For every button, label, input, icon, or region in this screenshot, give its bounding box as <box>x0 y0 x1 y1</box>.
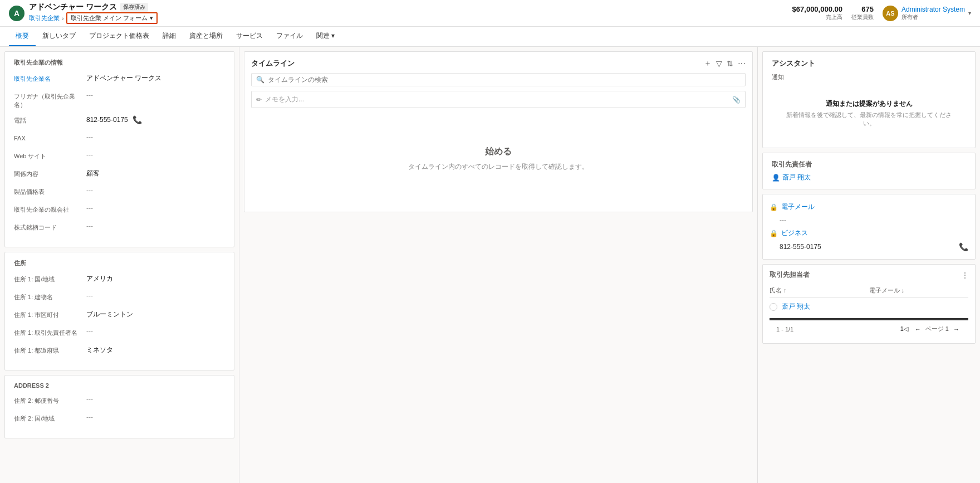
tab-overview[interactable]: 概要 <box>9 27 36 46</box>
field-relationship: 関係内容 顧客 <box>14 169 225 181</box>
field-addr2-country: 住所 2: 国/地域 --- <box>14 413 225 426</box>
field-value-phone[interactable]: 812-555-0175 📞 <box>86 115 225 124</box>
tab-details[interactable]: 詳細 <box>156 27 183 46</box>
timeline-header: タイムライン ＋ ▽ ⇅ ⋯ <box>251 58 746 69</box>
field-value-addr1-building[interactable]: --- <box>86 292 225 300</box>
notification-empty-title: 通知または提案がありません <box>826 99 913 109</box>
field-value-furigana[interactable]: --- <box>86 91 225 99</box>
timeline-search-input[interactable] <box>268 76 741 84</box>
field-value-addr1-contact[interactable]: --- <box>86 328 225 335</box>
business-phone: 812-555-0175 <box>770 243 821 251</box>
timeline-empty-state: 始める タイムライン内のすべてのレコードを取得して確認します。 <box>251 113 746 205</box>
timeline-empty-title: 始める <box>485 146 512 158</box>
col-header-name[interactable]: 氏名 ↑ <box>770 286 869 295</box>
pagination-controls: 1◁ ← ページ 1 → <box>898 325 962 333</box>
timeline-card: タイムライン ＋ ▽ ⇅ ⋯ 🔍 ✏ メモを入力... 📎 始める タイムライン… <box>244 51 753 212</box>
tab-related[interactable]: 関連 ▾ <box>310 27 341 46</box>
field-label-stock-code: 株式銘柄コード <box>14 222 86 232</box>
business-detail-row: 🔒 ビジネス <box>770 226 968 240</box>
field-value-addr1-state[interactable]: ミネソタ <box>86 345 225 355</box>
assistant-title: アシスタント <box>772 58 966 69</box>
business-phone-container: 812-555-0175 📞 <box>770 242 968 251</box>
field-phone: 電話 812-555-0175 📞 <box>14 115 225 128</box>
field-label-phone: 電話 <box>14 115 86 125</box>
field-label-addr1-country: 住所 1: 国/地域 <box>14 274 86 284</box>
tab-project-price[interactable]: プロジェクト価格表 <box>82 27 156 46</box>
phone-icon[interactable]: 📞 <box>133 115 142 124</box>
user-menu-chevron[interactable]: ▾ <box>968 10 971 16</box>
pagination-range: 1 - 1/1 <box>776 326 793 333</box>
field-value-fax[interactable]: --- <box>86 133 225 141</box>
page-label: ページ 1 <box>925 325 949 333</box>
timeline-add-button[interactable]: ＋ <box>704 58 712 69</box>
per-page-button[interactable]: 1◁ <box>898 325 910 333</box>
related-contacts-more-icon[interactable]: ⋮ <box>962 271 968 279</box>
header: A アドベンチャー ワークス 保存済み 取引先企業 › 取引先企業 メイン フォ… <box>0 0 980 27</box>
timeline-sort-icon[interactable]: ⇅ <box>727 59 733 68</box>
left-panel: 取引先企業の情報 取引先企業名 アドベンチャー ワークス フリガナ（取引先企業名… <box>0 47 239 483</box>
primary-contact-name[interactable]: 👤 斎戸 翔太 <box>772 173 966 182</box>
business-phone-row: 812-555-0175 📞 <box>770 240 968 253</box>
header-main-title: アドベンチャー ワークス 保存済み <box>29 2 158 12</box>
field-addr2-zip: 住所 2: 郵便番号 --- <box>14 396 225 408</box>
account-info-title: 取引先企業の情報 <box>14 58 225 67</box>
notification-label: 通知 <box>772 73 966 81</box>
next-page-button[interactable]: → <box>951 326 962 333</box>
notification-empty-desc: 新着情報を後で確認して、最新の情報を常に把握してください。 <box>785 111 953 128</box>
field-addr1-state: 住所 1: 都道府県 ミネソタ <box>14 345 225 358</box>
sales-stat: $67,000,000.00 売上高 <box>792 5 842 21</box>
sales-label: 売上高 <box>792 13 842 21</box>
business-label[interactable]: ビジネス <box>781 228 808 238</box>
memo-attach-icon[interactable]: 📎 <box>732 96 741 104</box>
related-contacts-table-header: 氏名 ↑ 電子メール ↓ <box>770 284 968 297</box>
field-value-account-name[interactable]: アドベンチャー ワークス <box>86 74 225 83</box>
related-contact-name[interactable]: 斎戸 翔太 <box>782 302 873 311</box>
field-value-addr2-country[interactable]: --- <box>86 413 225 421</box>
breadcrumb-current[interactable]: 取引先企業 メイン フォーム ▾ <box>66 12 158 24</box>
lock-icon: 🔒 <box>770 203 778 211</box>
field-label-addr2-country: 住所 2: 国/地域 <box>14 413 86 423</box>
field-value-pricelist[interactable]: --- <box>86 187 225 194</box>
field-value-relationship[interactable]: 顧客 <box>86 169 225 178</box>
field-stock-code: 株式銘柄コード --- <box>14 222 225 235</box>
prev-page-button[interactable]: ← <box>913 326 923 333</box>
field-value-parent-company[interactable]: --- <box>86 204 225 212</box>
field-label-pricelist: 製品価格表 <box>14 187 86 196</box>
assistant-card: アシスタント 通知 通知または提案がありません 新着情報を後で確認して、最新の情… <box>762 51 976 148</box>
tab-files[interactable]: ファイル <box>270 27 310 46</box>
field-label-account-name: 取引先企業名 <box>14 74 86 83</box>
timeline-search-bar[interactable]: 🔍 <box>251 73 746 86</box>
field-pricelist: 製品価格表 --- <box>14 187 225 199</box>
field-value-website[interactable]: --- <box>86 151 225 159</box>
employees-label: 従業員数 <box>851 13 874 21</box>
main-content: 取引先企業の情報 取引先企業名 アドベンチャー ワークス フリガナ（取引先企業名… <box>0 47 980 483</box>
address1-title: 住所 <box>14 259 225 267</box>
contact-person-icon: 👤 <box>772 174 780 182</box>
col-header-email[interactable]: 電子メール ↓ <box>869 286 969 295</box>
breadcrumb-parent[interactable]: 取引先企業 <box>29 14 60 22</box>
app-icon: A <box>9 6 24 21</box>
email-label[interactable]: 電子メール <box>781 202 815 212</box>
contact-radio[interactable] <box>770 303 777 311</box>
memo-bar[interactable]: ✏ メモを入力... 📎 <box>251 91 746 108</box>
field-value-addr1-country[interactable]: アメリカ <box>86 274 225 284</box>
timeline-filter-icon[interactable]: ▽ <box>716 59 722 68</box>
business-phone-icon[interactable]: 📞 <box>959 242 968 251</box>
field-value-stock-code[interactable]: --- <box>86 222 225 230</box>
tab-services[interactable]: サービス <box>229 27 270 46</box>
field-label-furigana: フリガナ（取引先企業名） <box>14 91 86 110</box>
related-contact-row: 斎戸 翔太 <box>770 300 968 314</box>
field-value-addr2-zip[interactable]: --- <box>86 396 225 403</box>
field-value-addr1-city[interactable]: ブルーミントン <box>86 310 225 319</box>
field-label-fax: FAX <box>14 133 86 143</box>
tab-new[interactable]: 新しいタブ <box>36 27 82 46</box>
timeline-more-icon[interactable]: ⋯ <box>738 59 746 68</box>
timeline-empty-desc: タイムライン内のすべてのレコードを取得して確認します。 <box>408 162 589 172</box>
search-icon: 🔍 <box>256 76 264 84</box>
field-furigana: フリガナ（取引先企業名） --- <box>14 91 225 110</box>
tab-assets[interactable]: 資産と場所 <box>183 27 229 46</box>
memo-placeholder[interactable]: メモを入力... <box>265 95 304 104</box>
saved-badge: 保存済み <box>120 3 148 12</box>
related-contacts-card: 取引先担当者 ⋮ 氏名 ↑ 電子メール ↓ 斎戸 翔太 1 - 1/1 <box>762 264 976 344</box>
email-value-row: --- <box>770 214 968 226</box>
